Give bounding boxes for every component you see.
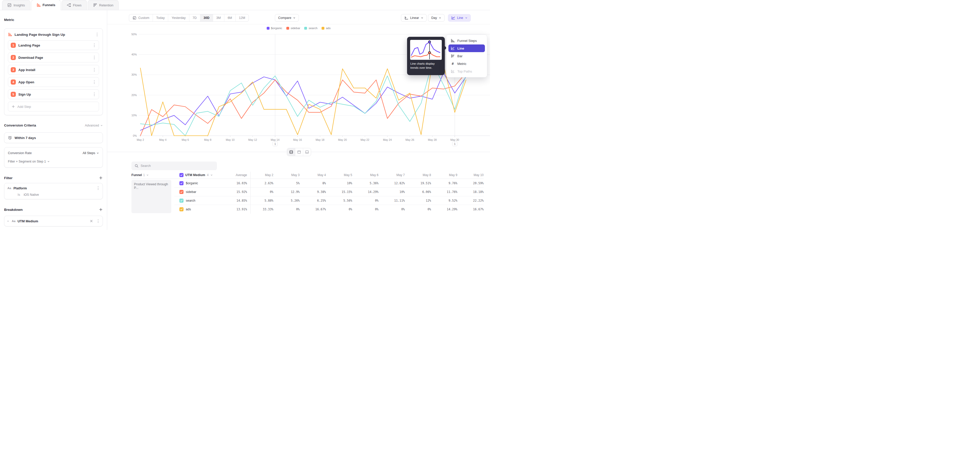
split-view-icon [289, 150, 293, 154]
annotation-badge[interactable] [452, 141, 457, 146]
cell-value: 10% [326, 179, 352, 188]
select-all-checkbox[interactable] [180, 173, 183, 177]
annotation-badge[interactable] [273, 141, 278, 146]
range-30d[interactable]: 30D [200, 14, 213, 21]
menu-item-line[interactable]: Line [449, 45, 485, 52]
legend-item-organic[interactable]: $organic [267, 27, 282, 30]
funnel-steps-icon [451, 38, 455, 43]
step-label: App Open [18, 80, 90, 84]
menu-item-funnel-steps[interactable]: Funnel Steps [449, 37, 485, 45]
chart-only-toggle[interactable] [295, 148, 303, 156]
menu-item-metric[interactable]: # Metric [449, 60, 485, 67]
step-label: Sign Up [18, 93, 90, 96]
range-12m[interactable]: 12M [235, 14, 248, 21]
metric-card-header[interactable]: Landing Page through Sign Up [4, 29, 103, 40]
kebab-menu-icon[interactable] [96, 185, 100, 191]
add-filter-button[interactable] [99, 176, 103, 180]
kebab-menu-icon[interactable] [92, 91, 96, 97]
filter-segment-dropdown[interactable]: Filter + Segment on Step 1 [8, 158, 99, 165]
chevron-down-icon [47, 160, 50, 163]
conversion-window-card[interactable]: Within 7 days [4, 133, 103, 143]
plus-icon [99, 208, 103, 212]
funnel-step-1[interactable]: 1 Landing Page [8, 40, 99, 50]
kebab-menu-icon[interactable] [92, 67, 96, 73]
add-breakdown-button[interactable] [99, 208, 103, 212]
cell-value: 11.11% [379, 196, 405, 205]
funnel-group-cell[interactable]: Product Viewed through P... [131, 180, 171, 213]
menu-item-bar[interactable]: Bar [449, 52, 485, 60]
all-steps-dropdown[interactable]: All Steps [83, 151, 99, 155]
svg-text:May 24: May 24 [383, 138, 392, 141]
tab-retention[interactable]: Retention [88, 0, 119, 10]
calendar-icon [132, 16, 137, 20]
table-search [131, 161, 217, 170]
kebab-menu-icon[interactable] [96, 218, 100, 224]
funnel-column-header[interactable]: Funnel 1 [131, 171, 174, 179]
drag-handle-icon[interactable] [6, 219, 10, 223]
range-yesterday[interactable]: Yesterday [168, 14, 189, 21]
date-range-control: Custom Today Yesterday 7D 30D 3M 6M 12M [129, 14, 249, 22]
svg-text:30%: 30% [131, 73, 137, 76]
split-view-toggle[interactable] [287, 148, 295, 156]
svg-text:May 18: May 18 [316, 138, 325, 141]
alarm-clock-icon [8, 136, 12, 140]
interval-dropdown[interactable]: Day [428, 14, 445, 22]
search-icon [135, 164, 138, 168]
cell-value: 9.52% [431, 196, 457, 205]
table-only-toggle[interactable] [303, 148, 311, 156]
menu-item-top-paths[interactable]: Top Paths [449, 67, 485, 75]
row-checkbox[interactable] [180, 190, 183, 194]
filter-condition[interactable]: Is iOS Native [7, 191, 100, 196]
legend-item-sidebar[interactable]: sidebar [286, 27, 301, 30]
funnel-step-4[interactable]: 4 App Open [8, 77, 99, 87]
svg-text:May 26: May 26 [406, 138, 414, 141]
chevron-down-icon [293, 17, 296, 19]
row-checkbox[interactable] [180, 198, 183, 203]
chevron-down-icon [465, 17, 468, 19]
date-column-header: May 10 [457, 171, 484, 179]
cell-value: 18.18% [457, 188, 484, 196]
range-3m[interactable]: 3M [213, 14, 224, 21]
kebab-menu-icon[interactable] [92, 42, 96, 48]
breakdown-property-name[interactable]: UTM Medium [18, 219, 86, 223]
tab-flows[interactable]: Flows [62, 0, 87, 10]
metric-heading: Metric [4, 18, 103, 22]
range-6m[interactable]: 6M [224, 14, 235, 21]
row-checkbox[interactable] [180, 181, 183, 185]
add-step-button[interactable]: Add Step [8, 102, 99, 112]
advanced-dropdown[interactable]: Advanced [85, 124, 103, 127]
toolbar-divider [107, 24, 490, 24]
breakdown-column-header[interactable]: UTM Medium 4 [174, 171, 221, 179]
scale-dropdown[interactable]: Linear [401, 14, 427, 22]
kebab-menu-icon[interactable] [92, 79, 96, 85]
cell-value: 8% [300, 179, 326, 188]
linear-axis-icon [404, 16, 408, 20]
row-checkbox[interactable] [180, 207, 183, 211]
chart-type-dropdown[interactable]: Line [448, 14, 471, 22]
funnel-step-3[interactable]: 3 App Install [8, 65, 99, 75]
range-custom[interactable]: Custom [129, 14, 153, 21]
kebab-menu-icon[interactable] [95, 32, 99, 37]
step-number-badge: 1 [11, 43, 16, 48]
compare-button[interactable]: Compare [275, 14, 299, 22]
table-row-series-cell: search [174, 196, 221, 205]
cell-value: 0% [352, 205, 379, 214]
tab-funnels[interactable]: Funnels [31, 0, 61, 10]
range-today[interactable]: Today [153, 14, 168, 21]
legend-item-ads[interactable]: ads [321, 27, 331, 30]
svg-text:10%: 10% [131, 114, 137, 117]
filter-property-name[interactable]: Platform [14, 186, 94, 190]
date-column-header: May 3 [273, 171, 300, 179]
search-input[interactable] [141, 164, 214, 168]
remove-breakdown-icon[interactable] [89, 218, 94, 224]
legend-item-search[interactable]: search [304, 27, 318, 30]
menu-item-label: Bar [457, 54, 463, 58]
add-step-label: Add Step [18, 105, 31, 109]
range-7d[interactable]: 7D [189, 14, 200, 21]
funnel-step-2[interactable]: 2 Download Page [8, 53, 99, 62]
filter-heading: Filter [4, 176, 13, 180]
tab-insights[interactable]: Insights [2, 0, 30, 10]
funnel-step-5[interactable]: 5 Sign Up [8, 89, 99, 99]
kebab-menu-icon[interactable] [92, 55, 96, 60]
svg-text:May 6: May 6 [182, 138, 189, 141]
